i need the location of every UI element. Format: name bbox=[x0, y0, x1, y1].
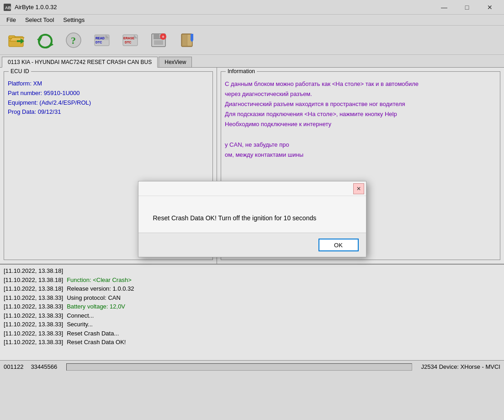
dialog-overlay: ✕ Reset Crash Data OK! Turn off the igni… bbox=[0, 0, 504, 420]
dialog-close-button[interactable]: ✕ bbox=[353, 183, 364, 194]
dialog-ok-button[interactable]: OK bbox=[318, 239, 359, 251]
dialog: ✕ Reset Crash Data OK! Turn off the igni… bbox=[138, 181, 366, 257]
dialog-body: Reset Crash Data OK! Turn off the igniti… bbox=[138, 196, 366, 233]
dialog-title-bar: ✕ bbox=[138, 181, 366, 196]
dialog-message: Reset Crash Data OK! Turn off the igniti… bbox=[153, 214, 317, 222]
dialog-footer: OK bbox=[138, 233, 366, 257]
